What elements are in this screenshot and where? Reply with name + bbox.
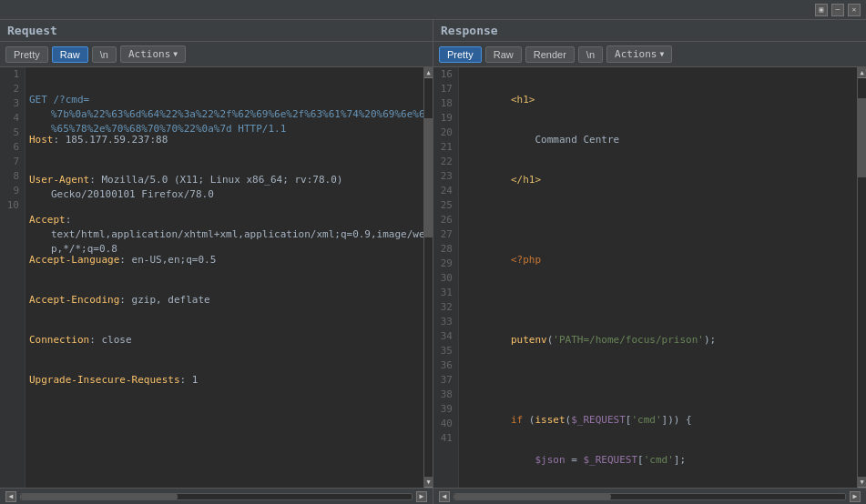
response-code-content: <h1> Command Centre </h1> <?php putenv('… [459, 67, 857, 488]
req-hscroll-track [20, 493, 413, 500]
request-header: Request [0, 20, 433, 42]
resp-line-23 [463, 373, 853, 388]
minimize-btn[interactable]: — [831, 4, 844, 16]
resp-lnum-17: 17 [433, 82, 458, 96]
resp-scroll-track [858, 78, 866, 477]
response-side-scrollbar[interactable]: ▲ ▼ [857, 67, 866, 488]
response-title: Response [441, 24, 498, 37]
resp-line-20: <?php [463, 253, 853, 267]
request-line-numbers: 1 2 3 4 5 6 7 8 9 10 [0, 67, 25, 488]
request-code-content: GET /?cmd=%7b%0a%22%63%6d%64%22%3a%22%2f… [25, 67, 423, 488]
req-line-9 [29, 413, 420, 428]
resp-lnum-32: 32 [433, 300, 458, 315]
resp-hscroll-thumb [454, 494, 611, 499]
resp-lnum-36: 36 [433, 358, 458, 373]
resp-lnum-23: 23 [433, 169, 458, 184]
req-line-6: Accept-Encoding: gzip, deflate [29, 293, 420, 307]
resp-scroll-down[interactable]: ▼ [858, 477, 866, 488]
tile-btn[interactable]: ▣ [815, 4, 828, 16]
resp-line-18: </h1> [463, 173, 853, 187]
close-btn[interactable]: ✕ [848, 4, 861, 16]
resp-lnum-34: 34 [433, 329, 458, 344]
resp-line-16: <h1> [463, 93, 853, 107]
resp-lnum-29: 29 [433, 257, 458, 271]
resp-lnum-22: 22 [433, 155, 458, 169]
resp-scroll-up[interactable]: ▲ [858, 67, 866, 78]
response-line-numbers: 16 17 18 19 20 21 22 23 24 25 26 27 28 2… [433, 67, 459, 488]
response-panel: Response Pretty Raw Render \n Actions ▼ … [433, 20, 866, 504]
resp-lnum-35: 35 [433, 344, 458, 358]
request-panel: Request Pretty Raw \n Actions ▼ 1 2 3 4 [0, 20, 433, 504]
request-n-btn[interactable]: \n [92, 46, 117, 63]
resp-lnum-16: 16 [433, 67, 458, 82]
response-n-btn[interactable]: \n [578, 46, 603, 63]
response-render-btn[interactable]: Render [525, 46, 575, 63]
req-line-5: Accept-Language: en-US,en;q=0.5 [29, 253, 420, 267]
req-scroll-track [424, 78, 433, 477]
line-num-9: 9 [0, 184, 25, 198]
resp-lnum-37: 37 [433, 373, 458, 388]
line-num-6: 6 [0, 140, 25, 155]
request-code-area: 1 2 3 4 5 6 7 8 9 10 GET /?cmd=%7b%0a%22… [0, 67, 433, 488]
request-bottom-bar: ◀ ▶ [0, 488, 433, 504]
top-bar: ▣ — ✕ [0, 0, 866, 20]
resp-lnum-40: 40 [433, 417, 458, 431]
resp-lnum-25: 25 [433, 198, 458, 213]
response-toolbar: Pretty Raw Render \n Actions ▼ [433, 42, 866, 67]
req-scroll-up[interactable]: ▲ [424, 67, 433, 78]
req-line-8: Upgrade-Insecure-Requests: 1 [29, 373, 420, 388]
request-raw-btn[interactable]: Raw [52, 46, 88, 63]
line-num-2: 2 [0, 82, 25, 96]
resp-lnum-19: 19 [433, 111, 458, 126]
req-hscroll-right[interactable]: ▶ [416, 491, 427, 502]
response-bottom-bar: ◀ ▶ [433, 488, 866, 504]
resp-lnum-18: 18 [433, 96, 458, 111]
req-hscroll-thumb [21, 494, 178, 499]
resp-lnum-30: 30 [433, 271, 458, 286]
line-num-3: 3 [0, 96, 25, 111]
resp-actions-arrow: ▼ [659, 50, 664, 58]
response-actions-btn[interactable]: Actions ▼ [606, 45, 672, 63]
resp-hscroll-left[interactable]: ◀ [439, 491, 450, 502]
request-title: Request [7, 24, 57, 37]
resp-hscroll-right[interactable]: ▶ [850, 491, 861, 502]
response-header: Response [433, 20, 866, 42]
line-num-5: 5 [0, 126, 25, 140]
resp-lnum-26: 26 [433, 213, 458, 227]
resp-lnum-33: 33 [433, 315, 458, 329]
resp-lnum-27: 27 [433, 227, 458, 242]
req-line-4: Accept:text/html,application/xhtml+xml,a… [29, 213, 420, 227]
app-container: ▣ — ✕ Request Pretty Raw \n Actions ▼ [0, 0, 866, 504]
resp-lnum-31: 31 [433, 286, 458, 300]
resp-line-21 [463, 293, 853, 307]
resp-lnum-38: 38 [433, 388, 458, 402]
line-num-8: 8 [0, 169, 25, 184]
resp-lnum-24: 24 [433, 184, 458, 198]
resp-line-22: putenv('PATH=/home/focus/prison'); [463, 333, 853, 348]
response-raw-btn[interactable]: Raw [485, 46, 522, 63]
request-code: 1 2 3 4 5 6 7 8 9 10 GET /?cmd=%7b%0a%22… [0, 67, 423, 488]
response-code: 16 17 18 19 20 21 22 23 24 25 26 27 28 2… [433, 67, 857, 488]
request-side-scrollbar[interactable]: ▲ ▼ [423, 67, 433, 488]
resp-lnum-21: 21 [433, 140, 458, 155]
main-container: Request Pretty Raw \n Actions ▼ 1 2 3 4 [0, 20, 866, 504]
resp-scroll-thumb [858, 98, 866, 178]
resp-line-19 [463, 213, 853, 227]
resp-line-17: Command Centre [463, 133, 853, 147]
resp-lnum-39: 39 [433, 402, 458, 417]
request-actions-btn[interactable]: Actions ▼ [120, 45, 186, 63]
line-num-7: 7 [0, 155, 25, 169]
line-num-1: 1 [0, 67, 25, 82]
req-scroll-down[interactable]: ▼ [424, 477, 433, 488]
req-line-7: Connection: close [29, 333, 420, 348]
request-pretty-btn[interactable]: Pretty [5, 46, 48, 63]
req-hscroll-left[interactable]: ◀ [5, 491, 16, 502]
req-line-1: GET /?cmd=%7b%0a%22%63%6d%64%22%3a%22%2f… [29, 93, 420, 107]
response-pretty-btn[interactable]: Pretty [439, 46, 482, 63]
resp-lnum-28: 28 [433, 242, 458, 257]
resp-lnum-20: 20 [433, 126, 458, 140]
req-line-3: User-Agent: Mozilla/5.0 (X11; Linux x86_… [29, 173, 420, 187]
response-code-area: 16 17 18 19 20 21 22 23 24 25 26 27 28 2… [433, 67, 866, 488]
resp-lnum-41: 41 [433, 431, 458, 446]
request-toolbar: Pretty Raw \n Actions ▼ [0, 42, 433, 67]
